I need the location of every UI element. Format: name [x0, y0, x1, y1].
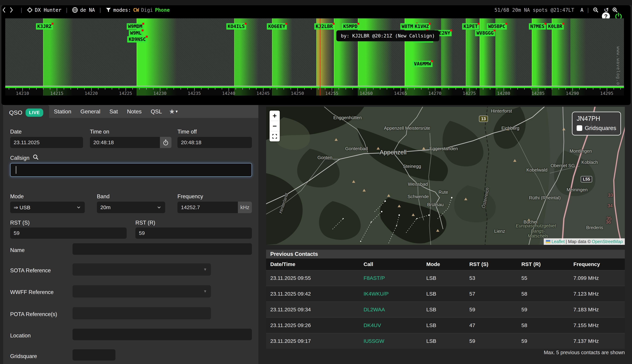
font-size-toggle[interactable]: A: [580, 7, 583, 13]
spot-label[interactable]: K0LBR: [547, 23, 564, 30]
signal-bar-shadow: [480, 88, 494, 96]
contact-cell: 55: [517, 270, 569, 286]
axis-tick: [510, 88, 511, 90]
column-header: Mode: [422, 258, 465, 270]
map-place-label: Meiningen: [567, 187, 588, 192]
openstreetmap-link[interactable]: OpenStreetMap: [592, 239, 623, 244]
favorites-star-icon[interactable]: ★▼: [169, 108, 178, 115]
de-na-label[interactable]: de NA: [80, 7, 95, 13]
tab-qso[interactable]: QSO LIVE: [3, 105, 49, 120]
tab-sat[interactable]: Sat: [110, 108, 118, 115]
bandmap-window: ? by: KJ2LBR @20:21Z (New Callsign) www.…: [2, 5, 630, 105]
new-spot-dot: [478, 23, 480, 25]
spot-label[interactable]: K5MPD: [342, 23, 359, 30]
time-on-input[interactable]: [90, 137, 160, 148]
tab-qsl[interactable]: QSL: [151, 108, 162, 115]
mode-filter-phone[interactable]: Phone: [155, 7, 170, 13]
leaflet-link[interactable]: Leaflet: [551, 239, 564, 244]
axis-tick: [236, 88, 236, 90]
wwff-select[interactable]: ▼: [73, 285, 211, 298]
map-place-label: 34: [608, 203, 613, 208]
stopwatch-button[interactable]: [160, 137, 171, 148]
zoom-in-icon[interactable]: [612, 7, 618, 13]
waterfall-spectrum[interactable]: by: KJ2LBR @20:21Z (New Callsign) www.wa…: [5, 18, 624, 86]
axis-tick: [29, 88, 30, 90]
mode-filter-digi[interactable]: Digi: [141, 7, 153, 13]
spot-label[interactable]: KO6EEY: [267, 23, 287, 30]
map-labels: EnggenhüttenHinterforstAppenzell Meister…: [266, 107, 625, 245]
sota-select[interactable]: ▼: [73, 264, 211, 276]
signal-bar: [358, 18, 392, 86]
spot-label[interactable]: K1PET: [462, 23, 479, 30]
location-input[interactable]: [73, 329, 252, 340]
map-place-label: Weissbad: [408, 181, 428, 187]
contact-cell: 59: [465, 333, 517, 349]
pota-input[interactable]: [73, 307, 211, 320]
leaflet-map[interactable]: EnggenhüttenHinterforstAppenzell Meister…: [266, 107, 625, 245]
frequency-input[interactable]: [177, 202, 238, 213]
zoom-out-icon[interactable]: [593, 7, 599, 13]
map-place-label: Rute: [438, 189, 448, 195]
text-caret: [16, 166, 16, 174]
map-place-label: 36: [606, 219, 611, 225]
spot-label[interactable]: N7MES: [529, 23, 546, 30]
tab-notes[interactable]: Notes: [127, 108, 142, 115]
rst-r-input[interactable]: [135, 228, 252, 239]
gridsquare-input[interactable]: [73, 349, 115, 360]
axis-tick: [346, 88, 346, 90]
date-input[interactable]: [10, 137, 83, 148]
tab-station[interactable]: Station: [54, 108, 71, 115]
map-place-label: Eichberg: [501, 126, 519, 131]
map-place-label: Eggerstanden: [430, 146, 458, 152]
callsign-link[interactable]: IU5SGW: [359, 333, 422, 349]
previous-contacts-title: Previous Contacts: [266, 250, 625, 258]
spot-label[interactable]: KD9NSC: [127, 36, 147, 42]
spot-label[interactable]: W9ML: [129, 30, 143, 36]
prev-band-icon[interactable]: [2, 7, 7, 13]
spot-label[interactable]: K3JRZ: [36, 23, 53, 30]
zoom-in-button[interactable]: +: [269, 110, 280, 121]
band-select[interactable]: 20m: [97, 202, 165, 213]
axis-tick: [565, 88, 566, 90]
axis-tick: [208, 88, 208, 90]
gridsquares-checkbox[interactable]: [577, 125, 582, 131]
callsign-link[interactable]: DK4UV: [359, 318, 422, 333]
map-place-label: Brederis: [586, 225, 603, 230]
spot-label[interactable]: VA6MMW: [413, 61, 433, 67]
spot-label[interactable]: WV8GGG: [475, 30, 495, 36]
callsign-input[interactable]: [10, 163, 252, 177]
new-spot-dot: [52, 23, 54, 25]
mode-select[interactable]: ⇒ USB: [10, 202, 85, 213]
axis-tick: [620, 88, 621, 90]
time-off-input[interactable]: [177, 137, 252, 148]
rst-s-input[interactable]: [10, 228, 127, 239]
axis-tick: [517, 88, 518, 90]
contact-cell: 23.11.2025 09:17: [266, 333, 359, 349]
spot-label[interactable]: W9MDM: [127, 23, 144, 30]
mode-filter-cw[interactable]: CW: [133, 7, 139, 13]
callsign-link[interactable]: IK4WKU/P: [359, 286, 422, 302]
axis-tick: [222, 88, 222, 90]
axis-tick: [23, 88, 23, 91]
axis-tick: [283, 88, 284, 90]
callsign-link[interactable]: DL2WAA: [359, 302, 422, 318]
next-band-icon[interactable]: [9, 7, 14, 13]
dx-hunter-label[interactable]: DX Hunter: [35, 7, 62, 13]
axis-tick: [353, 88, 353, 90]
spot-label[interactable]: KJ2LBR: [314, 23, 334, 30]
spot-label[interactable]: KO4ILS: [226, 23, 246, 30]
zoom-out-button[interactable]: −: [269, 121, 280, 131]
gridsquare-value: JN47PH: [577, 115, 616, 122]
time-off-label: Time off: [177, 128, 197, 135]
tab-general[interactable]: General: [80, 108, 100, 115]
spot-label[interactable]: WD5BPC: [487, 23, 507, 30]
axis-tick-label: 14255: [325, 91, 338, 96]
spot-label[interactable]: K1VHZ: [413, 23, 430, 30]
callsign-link[interactable]: F8AST/P: [359, 270, 422, 286]
map-place-label: Montlingen: [569, 148, 592, 154]
callsign-search-icon[interactable]: [33, 154, 39, 160]
fullscreen-button[interactable]: [269, 131, 280, 142]
name-input[interactable]: [73, 243, 252, 255]
contact-cell: 7.123 MHz: [569, 286, 625, 302]
tuning-cursor[interactable]: [320, 18, 321, 96]
